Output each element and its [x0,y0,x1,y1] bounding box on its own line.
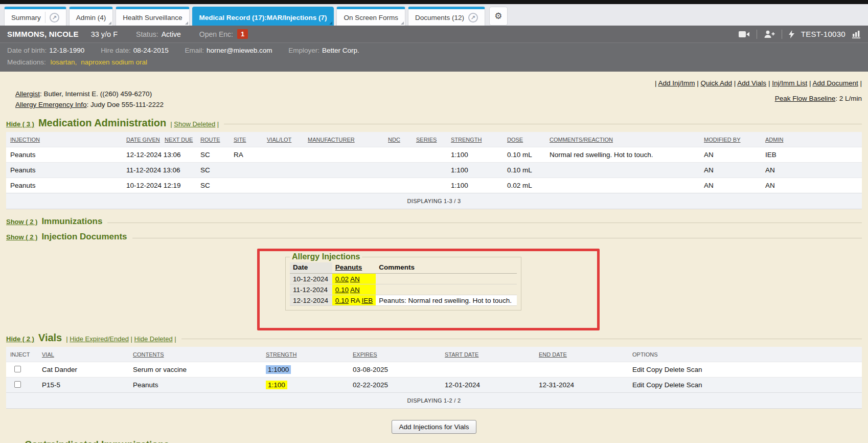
medication-link[interactable]: naproxen sodium oral [81,58,147,66]
col-vial-lot[interactable]: VIAL/LOT [267,137,291,143]
col-site[interactable]: SITE [234,137,246,143]
cell-modified-by: AN [700,147,761,163]
col-vial[interactable]: VIAL [42,351,54,358]
allergist-link[interactable]: Allergist [15,90,40,98]
bar-chart-icon[interactable] [852,30,861,38]
allergy-emergency-info-link[interactable]: Allergy Emergency Info [15,101,87,108]
delete-link[interactable]: Delete [665,366,684,373]
inj-imm-list-link[interactable]: Inj/Imm List [772,79,807,87]
tab-on-screen-forms-label: On Screen Forms [344,14,398,21]
video-camera-icon[interactable] [739,31,750,38]
inject-checkbox[interactable] [14,366,21,372]
table-row[interactable]: Peanuts 12-12-2024 13:06 SC RA 1:100 0.1… [6,147,862,163]
cell-vial-lot [263,178,304,193]
tab-on-screen-forms[interactable]: On Screen Forms [336,7,405,26]
status-label: Status: [136,30,158,38]
tab-summary[interactable]: Summary ↗ [4,7,66,26]
jump-arrow-icon[interactable]: ↗ [468,13,478,23]
med-admin-paging: DISPLAYING 1-3 / 3 [6,193,862,209]
tab-documents[interactable]: Documents (12) ↗ [408,7,485,26]
settings-button[interactable]: ⚙ [489,7,508,26]
cell-dose: 0.10 mL [503,163,545,178]
show-deleted-link[interactable]: Show Deleted [174,120,215,128]
cell-route: SC [196,163,230,178]
immunizations-show-toggle[interactable]: Show ( 2 ) [6,218,37,226]
scan-link[interactable]: Scan [687,381,702,389]
col-modified-by[interactable]: MODIFIED BY [704,137,741,143]
cell-injection: Peanuts [6,147,122,163]
col-series[interactable]: SERIES [416,137,437,143]
col-ndc[interactable]: NDC [388,137,400,143]
col-start-date[interactable]: START DATE [445,351,478,358]
cell-admin: AN [761,163,862,178]
table-row[interactable]: P15-5 Peanuts 1:100 02-22-2025 12-01-202… [6,378,862,393]
add-person-icon[interactable] [764,30,775,38]
table-row[interactable]: Cat Dander Serum or vaccine 1:1000 03-08… [6,362,862,378]
vials-hide-toggle[interactable]: Hide ( 2 ) [6,335,34,343]
cell-series [412,147,447,163]
copy-link[interactable]: Copy [646,366,663,373]
col-contents[interactable]: CONTENTS [133,351,164,358]
col-admin[interactable]: ADMIN [765,137,783,143]
cell-dose: 0.10 mL [503,147,545,163]
tab-health-surveillance-label: Health Surveillance [123,14,182,21]
vials-header-row: INJECT VIAL CONTENTS STRENGTH EXPIRES ST… [6,347,862,362]
open-enc-label: Open Enc: [199,30,233,38]
email-value: horner@mieweb.com [207,47,272,54]
scan-link[interactable]: Scan [687,366,702,373]
medication-link[interactable]: losartan [51,58,75,66]
table-row[interactable]: Peanuts 10-12-2024 12:19 SC 1:100 0.02 m… [6,178,862,193]
add-inj-imm-link[interactable]: Add Inj/Imm [658,79,695,87]
edit-link[interactable]: Edit [632,366,644,373]
vials-paging: DISPLAYING 1-2 / 2 [6,393,862,409]
medications-line: Medications: losartan, naproxen sodium o… [7,56,861,68]
injection-action-links: Add Inj/ImmQuick AddAdd VialsInj/Imm Lis… [6,79,862,87]
delete-link[interactable]: Delete [665,381,684,389]
col-strength[interactable]: STRENGTH [451,137,482,143]
strength-highlight: 1:100 [266,381,287,389]
add-injections-for-vials-button[interactable]: Add Injections for Vials [392,420,476,434]
tab-admin[interactable]: Admin (4) [69,7,113,26]
col-date-given[interactable]: DATE GIVEN [126,137,160,143]
med-admin-section-header: Hide ( 3 ) Medication Administration Sho… [6,117,862,129]
hide-deleted-link[interactable]: Hide Deleted [134,335,173,343]
edit-link[interactable]: Edit [632,381,644,389]
col-manufacturer[interactable]: MANUFACTURER [308,137,355,143]
col-comments-reaction[interactable]: COMMENTS/REACTION [550,137,613,143]
demographics-line: Date of birth:12-18-1990 Hire date:08-24… [7,45,861,56]
cell-comments [545,178,700,193]
col-route[interactable]: ROUTE [200,137,220,143]
cell-manufacturer [304,147,384,163]
cell-contents: Serum or vaccine [129,362,262,378]
quick-add-link[interactable]: Quick Add [701,79,733,87]
cell-end-date: 12-31-2024 [535,378,628,393]
tab-health-surveillance[interactable]: Health Surveillance [116,7,189,26]
col-end-date[interactable]: END DATE [539,351,567,358]
peak-flow-baseline-link[interactable]: Peak Flow Baseline [775,95,836,102]
col-strength[interactable]: STRENGTH [266,351,297,358]
copy-link[interactable]: Copy [646,381,663,389]
med-admin-header-row: INJECTION DATE GIVEN NEXT DUE ROUTE SITE… [6,132,862,147]
col-dose[interactable]: DOSE [507,137,523,143]
lightning-bolt-icon[interactable] [789,30,794,38]
cell-dose: 0.02 mL [503,178,545,193]
col-options: OPTIONS [632,351,658,358]
col-injection[interactable]: INJECTION [10,137,40,143]
vials-title: Vials [38,332,62,344]
tab-medical-record[interactable]: Medical Record (17):MAR/Injections (7) [192,7,334,26]
table-row[interactable]: Peanuts 11-12-2024 13:06 SC 1:100 0.10 m… [6,163,862,178]
add-document-link[interactable]: Add Document [812,79,858,87]
col-next-due[interactable]: NEXT DUE [165,137,193,143]
jump-arrow-icon[interactable]: ↗ [50,13,59,23]
col-expires[interactable]: EXPIRES [353,351,377,358]
allergist-value: : Butler, Internist E. ((260) 459-6270) [40,90,152,98]
med-admin-hide-toggle[interactable]: Hide ( 3 ) [6,120,34,128]
injection-documents-section-header: Show ( 2 ) Injection Documents [6,232,862,242]
injection-documents-show-toggle[interactable]: Show ( 2 ) [6,233,37,241]
cell-strength: 1:100 [447,147,503,163]
hide-expired-ended-link[interactable]: Hide Expired/Ended [70,335,129,343]
inject-checkbox[interactable] [14,381,21,388]
open-enc-badge[interactable]: 1 [237,29,248,39]
allergy-contact-block: Allergist: Butler, Internist E. ((260) 4… [15,88,164,110]
add-vials-link[interactable]: Add Vials [737,79,766,87]
